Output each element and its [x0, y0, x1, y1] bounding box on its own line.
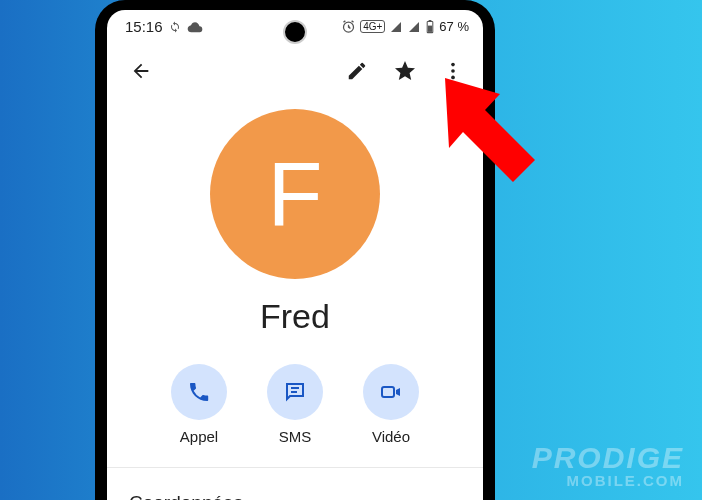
cloud-icon — [187, 21, 203, 33]
svg-rect-2 — [429, 20, 432, 21]
contact-avatar[interactable]: F — [210, 109, 380, 279]
phone-screen: 15:16 4G+ 67 % — [107, 10, 483, 500]
alarm-icon — [341, 19, 356, 34]
battery-icon — [425, 20, 435, 34]
contact-header: F Fred — [107, 109, 483, 336]
contact-name: Fred — [260, 297, 330, 336]
background: 15:16 4G+ 67 % — [0, 0, 702, 500]
svg-rect-9 — [382, 387, 394, 397]
network-type: 4G+ — [360, 20, 385, 33]
more-button[interactable] — [433, 51, 473, 91]
call-label: Appel — [180, 428, 218, 445]
video-icon — [379, 380, 403, 404]
call-button[interactable]: Appel — [171, 364, 227, 445]
signal-icon — [389, 21, 403, 33]
app-bar — [107, 39, 483, 99]
camera-punchhole — [283, 20, 307, 44]
svg-point-4 — [451, 63, 455, 67]
svg-rect-3 — [428, 25, 432, 31]
favorite-button[interactable] — [385, 51, 425, 91]
watermark: PRODIGE MOBILE.COM — [532, 443, 684, 488]
more-vert-icon — [442, 60, 464, 82]
watermark-line2: MOBILE.COM — [532, 473, 684, 488]
star-icon — [393, 59, 417, 83]
sync-icon — [169, 21, 181, 33]
phone-icon — [187, 380, 211, 404]
avatar-initial: F — [268, 143, 323, 246]
signal-icon-2 — [407, 21, 421, 33]
phone-frame: 15:16 4G+ 67 % — [95, 0, 495, 500]
status-time: 15:16 — [125, 18, 163, 35]
action-row: Appel SMS Vidéo — [107, 364, 483, 445]
pencil-icon — [346, 60, 368, 82]
arrow-back-icon — [130, 60, 152, 82]
sms-button[interactable]: SMS — [267, 364, 323, 445]
edit-button[interactable] — [337, 51, 377, 91]
message-icon — [283, 380, 307, 404]
svg-point-6 — [451, 76, 455, 80]
details-header: Coordonnées — [107, 468, 483, 500]
battery-percent: 67 % — [439, 19, 469, 34]
watermark-line1: PRODIGE — [532, 443, 684, 473]
back-button[interactable] — [121, 51, 161, 91]
svg-point-5 — [451, 69, 455, 73]
video-label: Vidéo — [372, 428, 410, 445]
sms-label: SMS — [279, 428, 312, 445]
video-button[interactable]: Vidéo — [363, 364, 419, 445]
